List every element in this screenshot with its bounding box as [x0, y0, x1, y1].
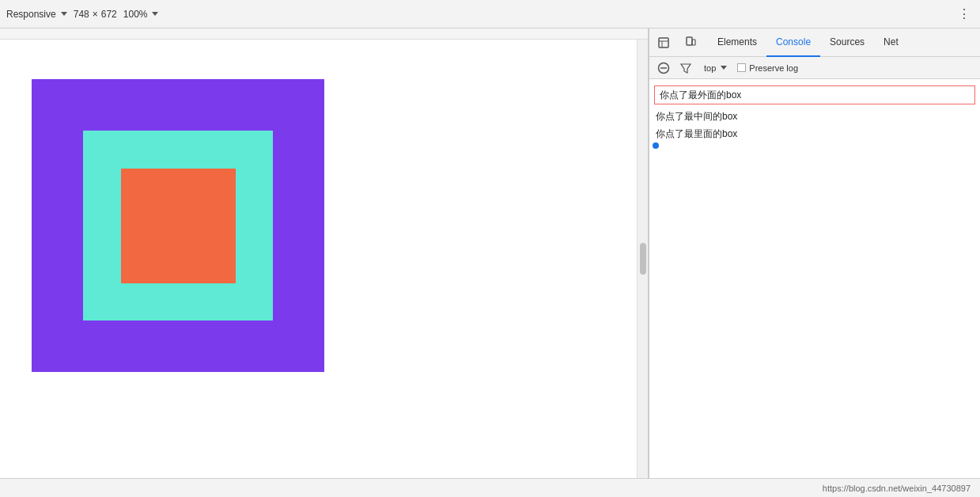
filter-button[interactable] [678, 60, 694, 76]
svg-rect-0 [659, 38, 668, 47]
tab-console[interactable]: Console [766, 28, 820, 57]
preserve-log-container[interactable]: Preserve log [737, 63, 798, 73]
console-entry-2-text: 你点了最中间的box [656, 109, 974, 123]
zoom-arrow-icon [152, 12, 158, 16]
zoom-dropdown[interactable]: 100% [123, 9, 159, 20]
inner-box[interactable] [121, 169, 236, 283]
inspect-icon-button[interactable] [653, 32, 675, 54]
svg-marker-7 [681, 64, 691, 73]
responsive-dropdown[interactable]: Responsive [6, 9, 67, 20]
dimensions-display: 748 × 672 [74, 9, 117, 20]
preserve-log-checkbox[interactable] [737, 63, 746, 72]
height-value: 672 [101, 9, 117, 20]
clear-icon [657, 62, 670, 74]
zoom-value: 100% [123, 9, 148, 20]
width-value: 748 [74, 9, 89, 20]
main-area: Elements Console Sources Net [0, 28, 980, 478]
console-entry-1: 你点了最外面的box [654, 85, 975, 104]
filter-icon [679, 62, 692, 74]
viewport-scroll-top [0, 28, 648, 40]
context-label: top [704, 63, 716, 73]
url-bar: https://blog.csdn.net/weixin_44730897 [0, 478, 980, 497]
page-area [0, 40, 648, 478]
svg-rect-3 [687, 37, 692, 45]
url-text: https://blog.csdn.net/weixin_44730897 [823, 484, 971, 493]
devtools-tabs: Elements Console Sources Net [649, 28, 980, 57]
clear-console-button[interactable] [656, 60, 672, 76]
middle-box[interactable] [83, 131, 273, 321]
vertical-scrollbar[interactable] [637, 40, 648, 478]
preserve-log-label: Preserve log [749, 63, 798, 73]
inspect-icon [657, 36, 670, 49]
responsive-label: Responsive [6, 9, 56, 20]
console-entry-3: 你点了最里面的box [649, 125, 980, 142]
tab-sources[interactable]: Sources [820, 28, 874, 57]
cross-symbol: × [93, 9, 98, 20]
console-entry-3-text: 你点了最里面的box [656, 127, 974, 141]
devtools-panel: Elements Console Sources Net [649, 28, 980, 478]
device-toolbar-icon-button[interactable] [679, 32, 702, 54]
devtools-tab-icons [653, 32, 702, 54]
console-entry-2: 你点了最中间的box [649, 108, 980, 125]
scrollbar-thumb [640, 243, 646, 275]
svg-rect-4 [692, 40, 695, 45]
console-entry-1-text: 你点了最外面的box [660, 88, 970, 102]
context-selector[interactable]: top [700, 62, 731, 74]
console-output: 你点了最外面的box 你点了最中间的box 你点了最里面的box [649, 79, 980, 478]
demo-content [32, 79, 324, 372]
more-options-button[interactable]: ⋮ [955, 6, 974, 21]
outer-box[interactable] [32, 79, 324, 372]
tab-elements[interactable]: Elements [708, 28, 766, 57]
context-arrow-icon [721, 66, 727, 70]
tab-network[interactable]: Net [874, 28, 908, 57]
console-indicator-dot [653, 142, 659, 149]
device-icon [684, 36, 697, 49]
responsive-arrow-icon [61, 12, 67, 16]
top-toolbar: Responsive 748 × 672 100% ⋮ [0, 0, 980, 28]
browser-viewport [0, 28, 649, 478]
console-toolbar: top Preserve log [649, 57, 980, 79]
